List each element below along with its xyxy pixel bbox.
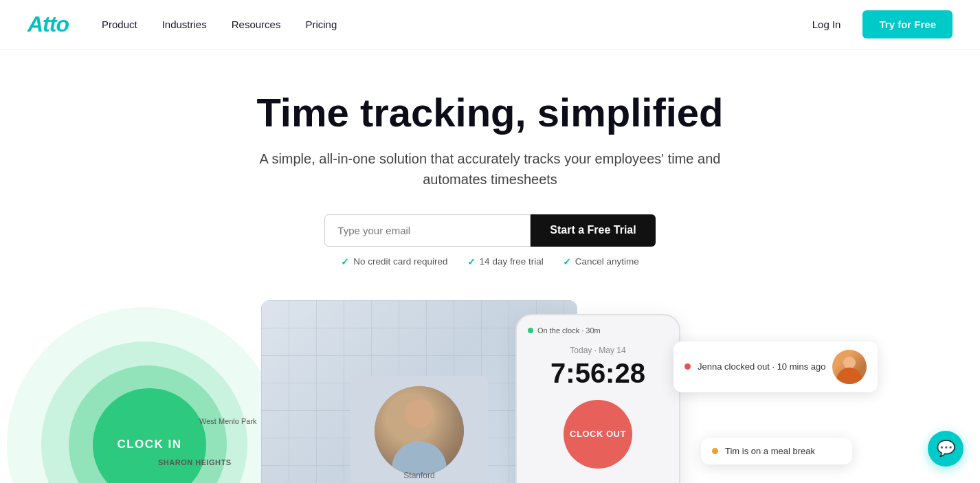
clock-out-label: CLOCK OUT — [570, 429, 626, 439]
hero-title: Time tracking, simplified — [14, 91, 966, 135]
chat-bubble-button[interactable]: 💬 — [928, 431, 964, 467]
start-trial-button[interactable]: Start a Free Trial — [531, 214, 655, 247]
hero-subtitle: A simple, all-in-one solution that accur… — [256, 148, 724, 190]
stanford-label: Stanford — [403, 471, 434, 480]
navbar-actions: Log In Try for Free — [804, 10, 953, 38]
nav-item-resources[interactable]: Resources — [232, 16, 281, 33]
nav-menu: Product Industries Resources Pricing — [102, 16, 804, 33]
badge-no-credit-card: ✓ No credit card required — [341, 256, 447, 267]
try-for-free-button[interactable]: Try for Free — [862, 10, 953, 38]
on-clock-dot — [528, 328, 533, 333]
nav-item-product[interactable]: Product — [102, 16, 137, 33]
phone-status: On the clock · 30m — [537, 326, 601, 335]
email-form: Start a Free Trial — [14, 214, 966, 247]
check-icon-2: ✓ — [467, 256, 476, 267]
clock-in-label: CLOCK IN — [117, 438, 181, 451]
notification-text-tim: Tim is on a meal break — [725, 446, 815, 456]
person-silhouette — [375, 386, 464, 475]
phone-date: Today · May 14 — [528, 346, 668, 355]
phone-mockup: On the clock · 30m Today · May 14 7:56:2… — [515, 314, 680, 483]
notification-avatar-jenna — [832, 350, 867, 384]
nav-item-pricing[interactable]: Pricing — [305, 16, 337, 33]
chat-icon: 💬 — [937, 440, 955, 458]
brand-logo[interactable]: Atto — [27, 12, 69, 37]
badge-free-trial: ✓ 14 day free trial — [467, 256, 544, 267]
badge-text-2: 14 day free trial — [480, 256, 544, 267]
map-label-west-menlo: West Menlo Park — [199, 417, 257, 425]
navbar: Atto Product Industries Resources Pricin… — [0, 0, 980, 49]
email-input[interactable] — [324, 214, 531, 247]
notification-dot-orange — [712, 448, 718, 454]
badge-cancel: ✓ Cancel anytime — [563, 256, 639, 267]
badge-text-3: Cancel anytime — [575, 256, 639, 267]
notification-dot-red — [684, 363, 691, 370]
phone-clock-time: 7:56:28 — [528, 358, 668, 389]
illustrations-section: CLOCK IN West Menlo Park SHARON HEIGHTS … — [0, 300, 980, 483]
check-icon-1: ✓ — [341, 256, 349, 267]
badges-row: ✓ No credit card required ✓ 14 day free … — [14, 256, 966, 267]
laptop-image — [350, 376, 488, 483]
nav-item-industries[interactable]: Industries — [162, 16, 207, 33]
laptop-person-image — [375, 386, 464, 475]
login-button[interactable]: Log In — [804, 13, 849, 36]
check-icon-3: ✓ — [563, 256, 571, 267]
phone-top-bar: On the clock · 30m — [528, 326, 668, 335]
notification-card-tim: Tim is on a meal break — [701, 438, 852, 464]
notification-card-jenna: Jenna clocked out · 10 mins ago — [673, 341, 878, 392]
map-label-sharon-heights: SHARON HEIGHTS — [158, 458, 232, 467]
notification-text-jenna: Jenna clocked out · 10 mins ago — [698, 361, 825, 372]
badge-text-1: No credit card required — [353, 256, 447, 267]
hero-section: Time tracking, simplified A simple, all-… — [0, 49, 980, 267]
clock-out-button[interactable]: CLOCK OUT — [564, 400, 632, 469]
